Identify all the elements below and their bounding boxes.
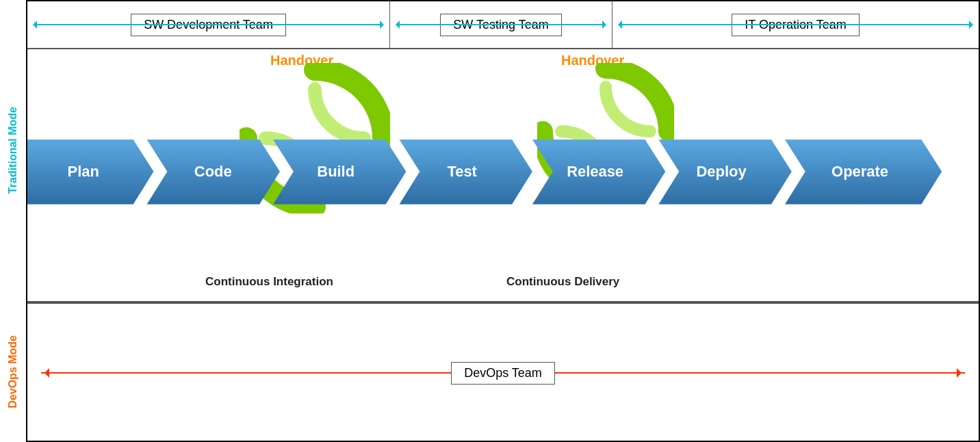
diagram-area: SW Development Team SW Testing Team IT O…: [26, 0, 980, 442]
devops-mode-label: DevOps Mode: [0, 301, 26, 442]
svg-text:Build: Build: [317, 163, 354, 180]
svg-text:Operate: Operate: [831, 163, 888, 180]
sw-test-team-section: SW Testing Team: [390, 1, 612, 48]
cd-label: Continuous Delivery: [506, 275, 619, 289]
middle-area: Handover Handover: [27, 49, 979, 302]
svg-text:Test: Test: [447, 163, 477, 180]
svg-text:Deploy: Deploy: [697, 163, 747, 180]
header-bar: SW Development Team SW Testing Team IT O…: [27, 1, 979, 49]
sw-dev-team-section: SW Development Team: [27, 1, 390, 48]
pipeline-svg: Plan Code Build Test Release Deploy Op: [27, 140, 979, 205]
ci-label: Continuous Integration: [205, 275, 333, 289]
it-op-team-section: IT Operation Team: [612, 1, 979, 48]
devops-team-label: DevOps Team: [451, 362, 555, 385]
traditional-mode-label: Traditional Mode: [0, 0, 26, 301]
svg-text:Release: Release: [567, 163, 623, 180]
main-container: Traditional Mode DevOps Mode SW Developm…: [0, 0, 980, 442]
svg-text:Code: Code: [194, 163, 232, 180]
sw-test-span-arrow: [397, 24, 605, 25]
svg-text:Plan: Plan: [68, 163, 99, 180]
sw-dev-span-arrow: [34, 24, 383, 25]
it-op-span-arrow: [619, 24, 972, 25]
devops-bar: DevOps Team: [27, 302, 979, 442]
